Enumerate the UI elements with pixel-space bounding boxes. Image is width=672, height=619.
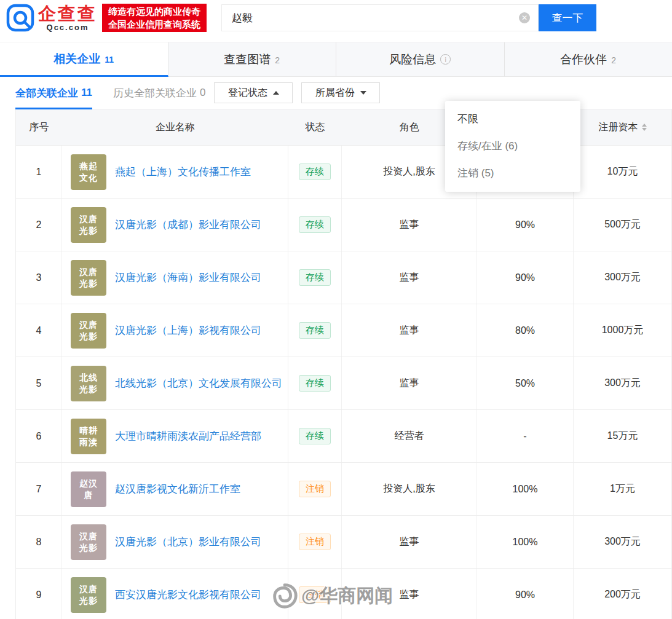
- tab-risk-info[interactable]: 风险信息 i: [336, 42, 505, 77]
- tab-label: 相关企业: [53, 51, 100, 67]
- tab-partners[interactable]: 合作伙伴 2: [505, 42, 672, 77]
- search-input[interactable]: [221, 4, 539, 31]
- subtab-label: 历史全部关联企业: [113, 86, 197, 100]
- subtab-count: 0: [200, 87, 205, 99]
- company-logo: 汉唐 光影: [71, 313, 106, 349]
- status-badge: 注销: [299, 586, 331, 603]
- ratio-cell: 50%: [477, 357, 574, 409]
- tab-count: 2: [611, 55, 616, 65]
- tab-label: 风险信息: [389, 52, 436, 68]
- promo-line2: 全国企业信用查询系统: [108, 18, 200, 31]
- company-logo: 晴耕 雨渎: [71, 419, 106, 454]
- table-row: 7 赵汉 唐 赵汉唐影视文化新沂工作室 注销 投资人,股东 100% 1万元: [16, 462, 671, 515]
- qcc-logo-icon: [6, 4, 34, 32]
- status-cell: 存续: [288, 251, 342, 304]
- ratio-cell: 80%: [477, 304, 574, 357]
- company-logo: 北线 光影: [71, 366, 106, 401]
- col-capital[interactable]: 注册资本: [574, 121, 671, 134]
- row-index: 6: [16, 410, 62, 462]
- search-button[interactable]: 查一下: [539, 4, 596, 31]
- row-index: 8: [16, 516, 62, 568]
- table-row: 8 汉唐 光影 汉唐光影（北京）影业有限公司 注销 监事 100% 300万元: [16, 515, 671, 568]
- col-no: 序号: [16, 121, 62, 134]
- role-cell: 监事: [342, 251, 477, 304]
- brand-name: 企查查: [38, 4, 97, 23]
- company-name-link[interactable]: 大理市晴耕雨渎农副产品经营部: [115, 428, 261, 444]
- company-name-link[interactable]: 北线光影（北京）文化发展有限公司: [115, 375, 282, 392]
- status-badge: 注销: [299, 534, 331, 550]
- ratio-cell: 90%: [477, 569, 574, 619]
- subtab-count: 11: [81, 87, 92, 99]
- company-logo: 汉唐 光影: [71, 524, 106, 560]
- company-name-link[interactable]: 汉唐光影（成都）影业有限公司: [115, 216, 261, 233]
- company-name-link[interactable]: 燕起（上海）文化传播工作室: [115, 164, 251, 180]
- company-cell: 汉唐 光影 汉唐光影（上海）影视有限公司: [62, 304, 288, 357]
- status-dropdown-menu: 不限 存续/在业 (6) 注销 (5): [445, 101, 580, 192]
- tab-label: 查查图谱: [224, 52, 271, 68]
- capital-cell: 300万元: [574, 357, 671, 409]
- capital-cell: 1000万元: [574, 304, 671, 357]
- brand-domain: Qcc.com: [38, 23, 97, 32]
- company-name-link[interactable]: 赵汉唐影视文化新沂工作室: [115, 481, 240, 497]
- table-row: 3 汉唐 光影 汉唐光影（海南）影业有限公司 存续 监事 90% 300万元: [16, 251, 671, 304]
- tab-label: 合作伙伴: [560, 52, 607, 68]
- company-name-link[interactable]: 汉唐光影（北京）影业有限公司: [115, 534, 261, 550]
- dropdown-item-cancelled[interactable]: 注销 (5): [445, 160, 580, 187]
- sort-icon[interactable]: [642, 124, 647, 131]
- company-name-link[interactable]: 西安汉唐光影文化影视有限公司: [115, 586, 261, 603]
- status-cell: 注销: [288, 569, 342, 619]
- tab-related-companies[interactable]: 相关企业 11: [0, 42, 168, 77]
- status-badge: 存续: [299, 216, 331, 233]
- status-cell: 注销: [288, 516, 342, 568]
- info-icon: i: [440, 54, 451, 65]
- company-cell: 北线 光影 北线光影（北京）文化发展有限公司: [62, 357, 288, 409]
- main-tab-bar: 相关企业 11 查查图谱 2 风险信息 i 合作伙伴 2: [0, 42, 672, 77]
- status-cell: 存续: [288, 410, 342, 462]
- status-badge: 存续: [299, 375, 331, 392]
- status-cell: 注销: [288, 463, 342, 515]
- subtab-history-related[interactable]: 历史全部关联企业 0: [113, 86, 205, 100]
- capital-cell: 1万元: [574, 463, 671, 515]
- dropdown-item-all[interactable]: 不限: [445, 106, 580, 133]
- dropdown-item-active[interactable]: 存续/在业 (6): [445, 133, 580, 160]
- col-capital-label: 注册资本: [599, 121, 638, 134]
- status-cell: 存续: [288, 199, 342, 251]
- role-cell: 监事: [342, 516, 477, 568]
- company-cell: 汉唐 光影 汉唐光影（北京）影业有限公司: [62, 516, 288, 568]
- table-row: 6 晴耕 雨渎 大理市晴耕雨渎农副产品经营部 存续 经营者 - 15万元: [16, 409, 671, 462]
- company-cell: 晴耕 雨渎 大理市晴耕雨渎农副产品经营部: [62, 410, 288, 462]
- subtab-all-related[interactable]: 全部关联企业 11: [15, 86, 92, 100]
- status-badge: 存续: [299, 269, 331, 286]
- role-cell: 投资人,股东: [342, 463, 477, 515]
- brand: 企查查 Qcc.com: [38, 4, 97, 32]
- row-index: 7: [16, 463, 62, 515]
- company-cell: 赵汉 唐 赵汉唐影视文化新沂工作室: [62, 463, 288, 515]
- company-logo: 汉唐 光影: [71, 577, 106, 613]
- row-index: 9: [16, 569, 62, 619]
- company-logo: 汉唐 光影: [71, 260, 106, 296]
- chevron-up-icon: [273, 91, 279, 95]
- capital-cell: 10万元: [574, 146, 671, 198]
- status-cell: 存续: [288, 146, 342, 198]
- filter-registration-status[interactable]: 登记状态: [214, 82, 293, 103]
- row-index: 2: [16, 199, 62, 251]
- status-badge: 存续: [299, 164, 331, 180]
- filter-province[interactable]: 所属省份: [301, 82, 380, 103]
- ratio-cell: 90%: [477, 199, 574, 251]
- company-logo: 赵汉 唐: [71, 471, 106, 507]
- row-index: 4: [16, 304, 62, 357]
- row-index: 5: [16, 357, 62, 409]
- filter-label: 所属省份: [315, 87, 355, 100]
- clear-search-icon[interactable]: ✕: [519, 12, 530, 23]
- capital-cell: 200万元: [574, 569, 671, 619]
- company-name-link[interactable]: 汉唐光影（上海）影视有限公司: [115, 322, 261, 339]
- status-badge: 注销: [299, 481, 331, 497]
- status-badge: 存续: [299, 428, 331, 444]
- company-name-link[interactable]: 汉唐光影（海南）影业有限公司: [115, 269, 261, 286]
- role-cell: 监事: [342, 304, 477, 357]
- promo-banner: 缔造有远见的商业传奇 全国企业信用查询系统: [102, 4, 207, 32]
- tab-chart-graph[interactable]: 查查图谱 2: [168, 42, 337, 77]
- chevron-down-icon: [360, 91, 366, 95]
- tab-count: 11: [105, 55, 114, 65]
- ratio-cell: -: [477, 410, 574, 462]
